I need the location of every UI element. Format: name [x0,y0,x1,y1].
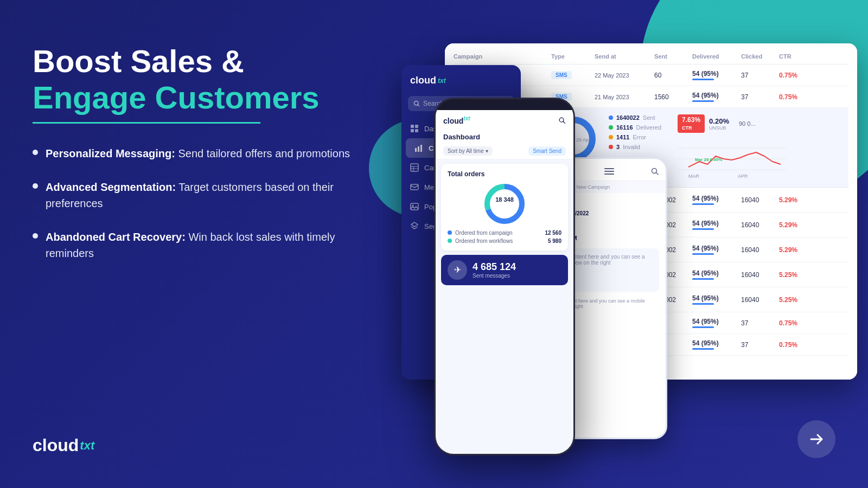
delivered-bar [692,253,714,255]
sort-button[interactable]: Sort by All time ▾ [443,146,493,156]
sort-label: Sort by All time [448,148,484,154]
phone-screen: cloudtxt Dashboard Sort by All time ▾ Sm… [436,110,573,455]
th-clicked: Clicked [741,53,779,60]
svg-rect-13 [415,129,418,132]
svg-line-9 [418,105,419,106]
delivered-cell: 54 (95%) [692,92,741,102]
delivered-pct: 54 (95%) [692,294,741,302]
svg-rect-17 [411,164,418,171]
delivered-cell: 54 (95%) [692,318,741,328]
metrics-list: 1640022 Sent 16116 Delivered 1411 Error [609,114,661,150]
left-content-section: Boost Sales & Engage Customers Personali… [33,43,369,261]
sent-messages-card: ✈ 4 685 124 Sent messages [441,255,568,285]
bullet-desc-1: Send tailored offers and promotions [175,147,350,159]
delivered-pct: 54 (95%) [692,339,741,347]
orders-donut: 18 348 [448,182,561,226]
bullet-item-2: Advanced Segmentation: Target customers … [33,179,369,211]
metric-dot-delivered [609,125,613,130]
delivered-pct: 54 (95%) [692,70,741,78]
workflow-dot [448,239,452,243]
sent-count: 1560 [654,93,692,101]
svg-rect-22 [411,203,418,210]
metric-dot-error [609,135,613,139]
send-date: 21 May 2023 [595,94,654,100]
workflow-orders-value: 5 980 [548,238,561,244]
campaign-dot [448,230,452,235]
send-date: 22 May 2023 [595,72,654,79]
metric-label-sent: Sent [643,114,655,121]
delivered-bar [692,326,714,328]
ctr-unsub-row: 7.63% CTR 0.20% UNSUB 90 0... [678,114,786,133]
campaign-orders-label: Ordered from campaign [455,230,513,236]
metric-val-invalid: 3 [616,144,620,150]
ctr-val: 0.75% [779,93,812,101]
unsub-label: UNSUB [709,125,729,131]
ctr-label: CTR [682,125,692,131]
orders-value-text: 18 348 [495,196,514,203]
phone-dashboard-title: Dashboard [436,129,573,143]
headline-line1: Boost Sales & [33,43,369,80]
chart-label-mar: MAR [688,174,700,179]
search-icon[interactable] [650,167,659,176]
sent-messages-info: 4 685 124 Sent messages [473,261,516,279]
delivered-pct: 54 (95%) [692,269,741,277]
clicked-count: 16040 [741,296,779,304]
right-mockup-section: Campaign Type Send at Sent Delivered Cli… [401,43,857,455]
ctr-val: 5.25% [779,271,812,279]
delivered-pct: 54 (95%) [692,318,741,325]
dashboard-icon [410,124,419,133]
unsub-value: 0.20% [709,117,729,125]
metric-dot-sent [609,115,613,120]
sent-count: 60 [654,72,692,79]
th-delivered: Delivered [692,53,741,60]
paper-plane-icon: ✈ [448,260,467,280]
phone-header: cloudtxt [436,110,573,129]
th-campaign: Campaign [454,53,551,60]
metric-val-sent: 1640022 [616,114,640,121]
delivered-bar [692,100,714,102]
svg-rect-16 [420,145,422,152]
delivered-cell: 54 (95%) [692,195,741,205]
delivered-pct: 54 (95%) [692,245,741,252]
mail-icon [410,183,419,191]
hamburger-line-3 [604,174,614,175]
svg-line-27 [563,121,565,124]
smart-send-button[interactable]: Smart Send [528,146,566,156]
clicked-count: 37 [741,341,779,349]
workflow-orders-row: Ordered from workflows 5 980 [448,238,561,244]
delivered-bar [692,278,714,280]
headline-underline [33,122,260,124]
bullet-item-3: Abandoned Cart Recovery: Win back lost s… [33,229,369,261]
hamburger-menu[interactable] [604,168,614,175]
delivered-cell: 54 (95%) [692,245,741,255]
mobile-phone: cloudtxt Dashboard Sort by All time ▾ Sm… [434,98,575,455]
metric-delivered: 16116 Delivered [609,124,661,131]
ctr-val: 5.29% [779,246,812,254]
svg-rect-11 [415,125,418,128]
type-badge: SMS [551,71,572,79]
metric-val-error: 1411 [616,134,629,140]
metric-label-invalid: Invalid [623,144,640,150]
ctr-val: 5.25% [779,296,812,304]
total-orders-card: Total orders 18 348 Ordered from campaig… [441,164,568,251]
th-sendat: Send at [595,53,654,60]
unsub-section: 0.20% UNSUB [709,117,729,131]
delivered-cell: 54 (95%) [692,294,741,305]
table-header-row: Campaign Type Send at Sent Delivered Cli… [454,49,848,65]
metric-error: 1411 Error [609,134,661,140]
phone-notch [483,99,526,110]
delivered-bar [692,348,714,350]
th-ctr: CTR [779,53,812,60]
campaign-orders-row: Ordered from campaign 12 560 [448,230,561,236]
ctr-val: 0.75% [779,319,812,327]
delivered-pct: 54 (95%) [692,195,741,202]
workflow-orders-label: Ordered from workflows [455,238,513,244]
sent-messages-count: 4 685 124 [473,261,516,273]
hamburger-line-2 [604,171,614,172]
clicked-count: 37 [741,72,779,79]
search-icon[interactable] [558,117,566,124]
ctr-val: 0.75% [779,341,812,349]
campaign-orders-value: 12 560 [545,230,561,236]
logo-sup-text: txt [80,439,94,453]
phone-logo-bold: cloud [443,117,463,125]
